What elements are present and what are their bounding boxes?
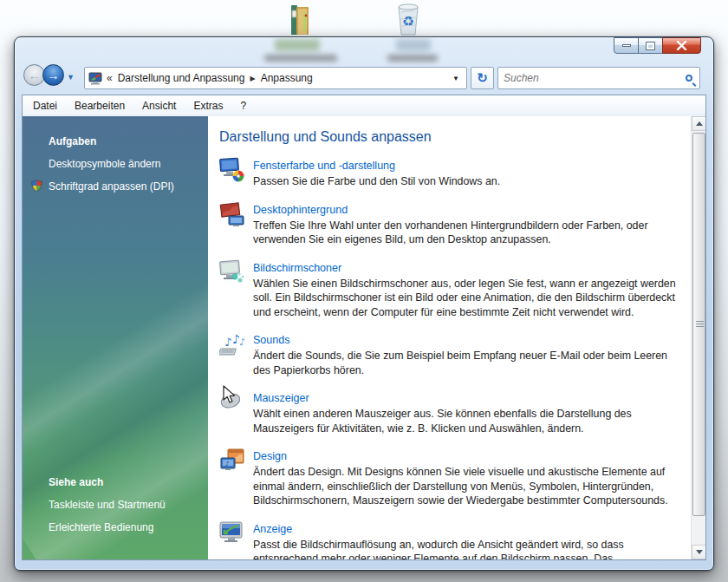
sidebar-item-schriftgrad[interactable]: Schriftgrad anpassen (DPI): [23, 175, 208, 198]
scrollbar-grip: [696, 321, 704, 329]
blurred-desktop-label: [387, 55, 438, 62]
maximize-icon: [647, 43, 654, 49]
menu-item-extras[interactable]: Extras: [193, 100, 223, 112]
back-icon: ←: [29, 69, 41, 82]
settings-item-fensterfarbe: Fensterfarbe und -darstellung Passen Sie…: [219, 157, 684, 189]
scroll-down-button[interactable]: [692, 545, 705, 559]
breadcrumb: « Darstellung und Anpassung ▶ Anpassung: [107, 72, 449, 84]
search-box: [497, 67, 700, 89]
sidebar-item-erleichterte-bedienung[interactable]: Erleichterte Bedienung: [23, 516, 208, 539]
close-button[interactable]: [662, 37, 701, 54]
main-panel: Darstellung und Sounds anpassen: [208, 116, 691, 559]
window-controls: [614, 37, 701, 54]
see-also-header: Siehe auch: [23, 471, 208, 494]
vertical-scrollbar[interactable]: [691, 116, 705, 559]
scroll-up-icon: [696, 121, 703, 126]
settings-item-bildschirmschoner: Bildschirmschoner Wählen Sie einen Bilds…: [219, 259, 684, 320]
sidebar-item-taskleiste[interactable]: Taskleiste und Startmenü: [23, 494, 208, 516]
refresh-icon: ↻: [477, 70, 488, 86]
theme-icon[interactable]: ♪: [219, 448, 245, 474]
display-icon[interactable]: [219, 520, 245, 546]
blurred-icon-reflection: [396, 39, 431, 51]
mouse-icon[interactable]: [219, 389, 245, 415]
item-desc: Treffen Sie Ihre Wahl unter den vorhande…: [253, 219, 684, 247]
forward-icon: →: [48, 69, 60, 82]
breadcrumb-item[interactable]: Anpassung: [261, 72, 313, 84]
svg-text:♪: ♪: [239, 337, 245, 348]
blurred-icon-reflection: [275, 39, 320, 51]
item-title-mauszeiger[interactable]: Mauszeiger: [253, 392, 309, 404]
search-input[interactable]: [504, 72, 686, 84]
personalization-icon: [88, 72, 102, 85]
item-desc: Ändert das Design. Mit Designs können Si…: [253, 465, 684, 508]
menu-item-ansicht[interactable]: Ansicht: [142, 100, 176, 112]
svg-text:♪: ♪: [225, 461, 229, 468]
address-bar[interactable]: « Darstellung und Anpassung ▶ Anpassung …: [84, 67, 467, 89]
menu-bar: Datei Bearbeiten Ansicht Extras ?: [23, 95, 705, 116]
menu-item-bearbeiten[interactable]: Bearbeiten: [75, 100, 125, 112]
breadcrumb-overflow-chevron[interactable]: «: [107, 72, 113, 84]
item-title-anzeige[interactable]: Anzeige: [253, 523, 292, 535]
address-dropdown-icon[interactable]: ▼: [449, 75, 463, 82]
svg-text:♪: ♪: [224, 336, 231, 349]
item-title-desktophintergrund[interactable]: Desktophintergrund: [253, 204, 348, 216]
page-title: Darstellung und Sounds anpassen: [219, 129, 684, 145]
sounds-icon[interactable]: ♪ ♪ ♪: [219, 331, 245, 357]
scroll-up-button[interactable]: [692, 116, 705, 131]
item-title-sounds[interactable]: Sounds: [253, 334, 289, 346]
svg-text:♻: ♻: [402, 13, 414, 29]
close-icon: [676, 41, 687, 50]
menu-item-datei[interactable]: Datei: [33, 100, 57, 112]
content-area: Aufgaben Desktopsymbole ändern: [23, 116, 705, 559]
blurred-desktop-label: [264, 55, 337, 62]
menu-item-help[interactable]: ?: [240, 100, 246, 112]
desktop-background-icon[interactable]: [219, 201, 245, 227]
item-title-fensterfarbe[interactable]: Fensterfarbe und -darstellung: [253, 160, 395, 172]
breadcrumb-item[interactable]: Darstellung und Anpassung: [118, 72, 245, 84]
search-icon[interactable]: [686, 75, 692, 82]
tasks-header: Aufgaben: [23, 130, 208, 153]
settings-item-design: ♪ Design Ändert das Design. Mit Designs …: [219, 448, 684, 508]
maximize-button[interactable]: [638, 37, 663, 54]
sidebar-item-label: Schriftgrad anpassen (DPI): [49, 180, 174, 193]
breadcrumb-separator-icon[interactable]: ▶: [250, 75, 255, 82]
uac-shield-icon: [31, 180, 42, 194]
item-desc: Ändert die Sounds, die Sie zum Beispiel …: [253, 349, 684, 377]
client-area: Datei Bearbeiten Ansicht Extras ? Aufgab…: [22, 95, 706, 560]
settings-item-desktophintergrund: Desktophintergrund Treffen Sie Ihre Wahl…: [219, 201, 684, 247]
nav-buttons: ← → ▼: [23, 64, 75, 86]
sidebar-item-desktopsymbole[interactable]: Desktopsymbole ändern: [23, 153, 208, 175]
scrollbar-thumb[interactable]: [692, 133, 705, 516]
item-title-design[interactable]: Design: [253, 450, 287, 462]
window-color-icon[interactable]: [219, 157, 245, 183]
settings-item-anzeige: Anzeige Passt die Bildschirmauflösung an…: [219, 520, 684, 560]
settings-item-mauszeiger: Mauszeiger Wählt einen anderen Mauszeige…: [219, 389, 684, 435]
recycle-bin-icon[interactable]: ♻: [392, 0, 425, 40]
item-title-bildschirmschoner[interactable]: Bildschirmschoner: [253, 262, 341, 274]
minimize-icon: [622, 44, 631, 47]
explorer-window: ← → ▼ « Darstellung und Anpassung ▶ Anpa…: [14, 36, 714, 571]
minimize-button[interactable]: [614, 37, 639, 54]
item-desc: Wählen Sie einen Bildschirmschoner aus, …: [253, 277, 684, 320]
item-desc: Wählt einen anderen Mauszeiger aus. Sie …: [253, 407, 684, 435]
item-desc: Passt die Bildschirmauflösung an, wodurc…: [253, 538, 684, 560]
user-folder-icon[interactable]: [286, 3, 317, 40]
scroll-down-icon: [696, 550, 703, 554]
item-desc: Passen Sie die Farbe und den Stil von Wi…: [253, 174, 684, 189]
sidebar: Aufgaben Desktopsymbole ändern: [23, 116, 208, 559]
settings-item-sounds: ♪ ♪ ♪ Sounds Ändert die Sounds, die Sie …: [219, 331, 684, 377]
screensaver-icon[interactable]: [219, 259, 245, 285]
sidebar-spacer: [23, 198, 208, 471]
nav-history-dropdown[interactable]: ▼: [67, 73, 75, 86]
forward-button[interactable]: →: [42, 64, 64, 86]
refresh-button[interactable]: ↻: [471, 67, 494, 89]
